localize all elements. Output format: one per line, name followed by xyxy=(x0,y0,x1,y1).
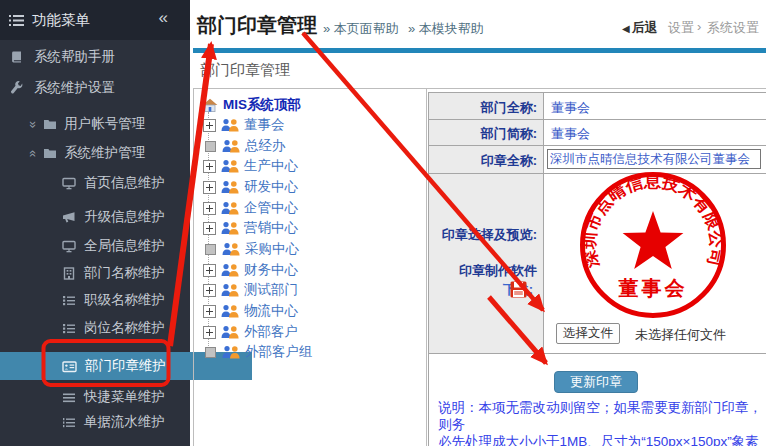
expand-icon[interactable] xyxy=(203,222,216,235)
breadcrumb-separator: › xyxy=(697,19,701,34)
tree-node[interactable]: 生产中心 xyxy=(203,157,298,175)
sidebar-item-maintenance-mgmt[interactable]: « 系统维护管理 xyxy=(0,141,220,165)
page-title: 部门印章管理 xyxy=(197,12,317,39)
folder-icon xyxy=(43,118,57,130)
expand-icon[interactable] xyxy=(203,119,216,132)
screen: 功能菜单 « 系统帮助手册 系统维护设置 » 用户帐号管理 « 系统维护管理 首… xyxy=(0,0,766,446)
breadcrumb-settings[interactable]: 设置 xyxy=(668,19,694,37)
choose-file-button[interactable]: 选择文件 xyxy=(556,323,620,344)
expand-icon[interactable] xyxy=(203,202,216,215)
folder-icon xyxy=(43,147,57,159)
monitor-icon xyxy=(62,240,76,253)
sidebar-item-label: 单据流水维护 xyxy=(84,413,165,431)
tree-node[interactable]: 研发中心 xyxy=(203,178,298,196)
sidebar-item-label: 部门印章维护 xyxy=(85,357,166,375)
expand-icon[interactable] xyxy=(203,160,216,173)
tree-node[interactable]: 营销中心 xyxy=(203,219,298,237)
tree-root-node[interactable]: MIS系统顶部 xyxy=(202,96,301,114)
expand-icon[interactable] xyxy=(203,181,216,194)
page-help-link[interactable]: » 本页面帮助 xyxy=(323,20,399,38)
monitor-icon xyxy=(62,177,76,190)
update-seal-button[interactable]: 更新印章 xyxy=(554,371,638,393)
users-icon xyxy=(220,118,240,132)
tree-node-label: 研发中心 xyxy=(244,178,298,196)
tree-node[interactable]: 财务中心 xyxy=(203,261,298,279)
module-help-link[interactable]: » 本模块帮助 xyxy=(408,20,484,38)
sidebar-item-doc-serial[interactable]: 单据流水维护 xyxy=(0,410,252,434)
users-icon xyxy=(220,283,240,297)
floppy-disk-icon[interactable] xyxy=(510,281,527,302)
list-icon xyxy=(62,416,76,429)
tree-node-label: 企管中心 xyxy=(244,199,298,217)
tree-node-label: 外部客户组 xyxy=(245,343,313,361)
megaphone-icon xyxy=(62,211,76,224)
users-icon xyxy=(220,201,240,215)
back-button[interactable]: ◀后退 xyxy=(622,19,658,37)
header-divider-bar xyxy=(193,48,766,53)
tree-node[interactable]: 总经办 xyxy=(204,137,286,155)
tree-node-label: 董事会 xyxy=(244,116,285,134)
tree-node[interactable]: 采购中心 xyxy=(204,240,299,258)
collapse-sidebar-icon[interactable]: « xyxy=(159,8,168,28)
expand-icon[interactable] xyxy=(203,326,216,339)
tree-node[interactable]: 测试部门 xyxy=(203,281,298,299)
sidebar-title: 功能菜单 xyxy=(32,11,90,30)
sidebar-item-label: 系统维护管理 xyxy=(64,144,145,162)
tree-node[interactable]: 企管中心 xyxy=(203,199,298,217)
users-icon xyxy=(221,139,241,153)
wrench-icon xyxy=(9,81,24,95)
seal-preview-image: 深圳市点晴信息技术有限公司 董事会 xyxy=(578,170,728,320)
tree-node[interactable]: 外部客户组 xyxy=(204,343,313,361)
sidebar-item-label: 职级名称维护 xyxy=(84,291,165,309)
tree-node[interactable]: 物流中心 xyxy=(203,302,298,320)
tree-node-label: 财务中心 xyxy=(244,261,298,279)
dept-full-name-label: 部门全称: xyxy=(429,99,537,117)
sidebar-item-label: 全局信息维护 xyxy=(84,237,165,255)
list-icon xyxy=(62,391,76,404)
tree-node[interactable]: 董事会 xyxy=(203,116,285,134)
leaf-icon xyxy=(205,244,216,255)
seal-full-name-input[interactable] xyxy=(547,149,761,169)
tree-node-label: 采购中心 xyxy=(245,240,299,258)
seal-software-label: 印章制作软件 xyxy=(429,262,537,280)
tree-node-label: 总经办 xyxy=(245,137,286,155)
users-icon xyxy=(221,242,241,256)
sidebar-item-label: 岗位名称维护 xyxy=(84,319,165,337)
users-icon xyxy=(220,325,240,339)
users-icon xyxy=(221,345,241,359)
sidebar-item-label: 快捷菜单维护 xyxy=(84,388,165,406)
sidebar-item-label: 部门名称维护 xyxy=(84,264,165,282)
expand-icon[interactable] xyxy=(203,264,216,277)
tree-node-label: 物流中心 xyxy=(244,302,298,320)
back-arrow-icon: ◀ xyxy=(622,23,630,34)
chevron-double-up-icon: « xyxy=(27,149,40,156)
tree-root-label: MIS系统顶部 xyxy=(223,96,301,114)
sidebar-item-help-manual[interactable]: 系统帮助手册 xyxy=(0,45,199,69)
detail-table: 部门全称: 董事会 部门简称: 董事会 印章全称: 印章选择及预览: 印章制作软… xyxy=(428,92,766,446)
sidebar-item-maintenance-settings[interactable]: 系统维护设置 xyxy=(0,76,199,100)
sidebar-item-quick-menu[interactable]: 快捷菜单维护 xyxy=(0,385,252,409)
breadcrumb-system-settings[interactable]: 系统设置 xyxy=(707,19,759,37)
id-card-icon xyxy=(62,360,77,373)
list-icon xyxy=(62,322,76,335)
seal-bottom-text: 董事会 xyxy=(618,277,688,299)
no-file-selected-text: 未选择任何文件 xyxy=(635,326,726,344)
expand-icon[interactable] xyxy=(203,305,216,318)
list-icon xyxy=(62,294,76,307)
users-icon xyxy=(220,304,240,318)
tree-node-label: 测试部门 xyxy=(244,281,298,299)
sidebar-item-user-accounts[interactable]: » 用户帐号管理 xyxy=(0,112,220,136)
expand-icon[interactable] xyxy=(203,284,216,297)
note-line-1: 说明：本项无需改动则留空；如果需要更新部门印章，则务 xyxy=(438,399,764,433)
sidebar-item-label: 升级信息维护 xyxy=(84,208,165,226)
sidebar: 功能菜单 « 系统帮助手册 系统维护设置 » 用户帐号管理 « 系统维护管理 首… xyxy=(0,0,190,446)
sidebar-item-label: 首页信息维护 xyxy=(84,174,165,192)
users-icon xyxy=(220,180,240,194)
tree-node-label: 生产中心 xyxy=(244,157,298,175)
tree-node[interactable]: 外部客户 xyxy=(203,323,298,341)
tree-right-border xyxy=(426,88,427,446)
seal-star xyxy=(623,211,684,269)
dept-short-name-value: 董事会 xyxy=(551,125,590,143)
hamburger-icon[interactable] xyxy=(9,14,24,27)
back-label: 后退 xyxy=(632,20,658,35)
